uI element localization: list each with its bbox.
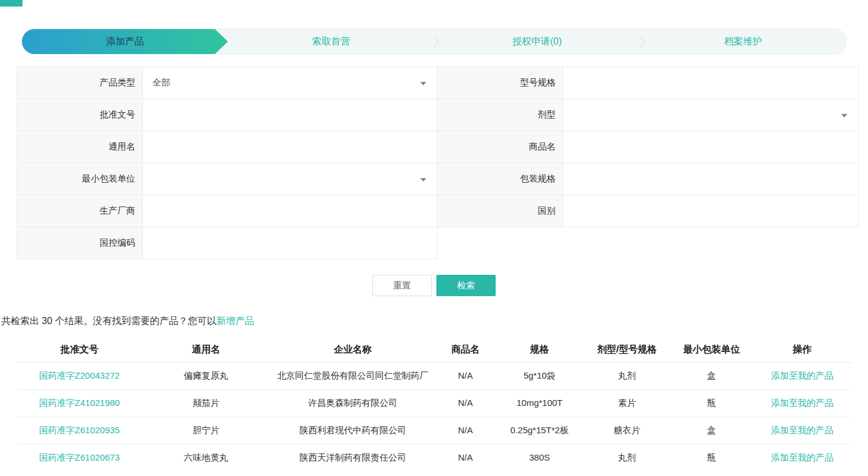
manufacturer-input[interactable] <box>152 206 427 216</box>
min-package-unit-cell: 瓶 <box>670 389 753 417</box>
model-spec-label: 型号规格 <box>438 67 563 99</box>
header-min-package-unit: 最小包装单位 <box>670 338 753 362</box>
min-package-unit-cell: 盒 <box>670 417 753 444</box>
header-dosage-form: 剂型/型号规格 <box>584 338 670 362</box>
country-cell <box>563 195 859 227</box>
generic-name-cell: 颠茄片 <box>142 389 270 417</box>
table-row: 国药准字Z61020935 胆宁片 陕西利君现代中药有限公司 N/A 0.25g… <box>17 417 851 444</box>
state-control-code-cell <box>143 227 438 259</box>
approval-number-link[interactable]: 国药准字Z41021980 <box>39 398 120 408</box>
product-type-select[interactable]: 全部 <box>143 67 438 99</box>
spec-cell: 10mg*100T <box>495 389 584 417</box>
spec-cell: 5g*10袋 <box>495 362 584 389</box>
state-control-code-label: 国控编码 <box>17 227 143 259</box>
chevron-down-icon <box>841 114 847 118</box>
generic-name-cell: 六味地黄丸 <box>142 444 270 471</box>
dosage-form-select[interactable] <box>563 99 859 131</box>
brand-name-cell: N/A <box>436 362 495 389</box>
approval-number-label: 批准文号 <box>17 99 143 131</box>
tab-label: 授权申请(0) <box>512 36 562 48</box>
approval-number-link[interactable]: 国药准字Z61020935 <box>39 425 120 435</box>
generic-name-input[interactable] <box>152 142 427 152</box>
model-spec-cell <box>563 67 859 99</box>
tab-label: 添加产品 <box>106 36 144 48</box>
brand-name-cell: N/A <box>436 417 495 444</box>
model-spec-input[interactable] <box>573 78 848 88</box>
manufacturer-label: 生产厂商 <box>17 195 143 227</box>
add-to-my-products-link[interactable]: 添加至我的产品 <box>771 370 834 380</box>
brand-name-label: 商品名 <box>438 131 563 163</box>
add-to-my-products-link[interactable]: 添加至我的产品 <box>771 425 834 435</box>
reset-button[interactable]: 重置 <box>372 275 432 296</box>
dosage-form-cell: 素片 <box>584 389 670 417</box>
form-right-column: 型号规格 剂型 商品名 包装规格 国别 <box>438 66 859 259</box>
dosage-form-label: 剂型 <box>438 99 563 131</box>
tab-label: 索取首营 <box>312 36 350 48</box>
package-spec-label: 包装规格 <box>438 163 563 195</box>
company-name-cell: 陕西利君现代中药有限公司 <box>270 417 436 444</box>
approval-number-input[interactable] <box>152 110 427 120</box>
company-name-cell: 北京同仁堂股份有限公司同仁堂制药厂 <box>270 362 436 389</box>
generic-name-label: 通用名 <box>17 131 143 163</box>
country-input[interactable] <box>573 206 848 216</box>
search-button[interactable]: 检索 <box>436 275 496 296</box>
generic-name-cell: 偏瘫复原丸 <box>142 362 270 389</box>
search-form: 产品类型 全部 批准文号 通用名 最小包装单位 生产厂商 国控编码 型号规格 <box>17 66 859 259</box>
package-spec-input[interactable] <box>573 174 848 184</box>
min-package-unit-cell: 盒 <box>670 362 753 389</box>
package-spec-cell <box>563 163 859 195</box>
state-control-code-input[interactable] <box>152 238 427 248</box>
company-name-cell: 陕西天洋制药有限责任公司 <box>270 444 436 471</box>
table-row: 国药准字Z61020673 六味地黄丸 陕西天洋制药有限责任公司 N/A 380… <box>17 444 851 471</box>
add-to-my-products-link[interactable]: 添加至我的产品 <box>771 452 834 462</box>
header-company-name: 企业名称 <box>270 338 436 362</box>
approval-number-link[interactable]: 国药准字Z20043272 <box>39 370 120 380</box>
dosage-form-cell: 丸剂 <box>584 362 670 389</box>
header-generic-name: 通用名 <box>142 338 270 362</box>
min-package-unit-select[interactable] <box>143 163 438 195</box>
wizard-stepper: 添加产品 索取首营 授权申请(0) 档案维护 <box>21 28 847 55</box>
tab-add-product[interactable]: 添加产品 <box>22 29 228 54</box>
table-row: 国药准字Z41021980 颠茄片 许昌奥森制药有限公司 N/A 10mg*10… <box>17 389 851 417</box>
header-approval-number: 批准文号 <box>17 338 142 362</box>
manufacturer-cell <box>143 195 438 227</box>
spec-cell: 0.25g*15T*2板 <box>495 417 584 444</box>
results-summary: 共检索出 30 个结果。没有找到需要的产品？您可以新增产品 <box>1 315 868 328</box>
tab-request-first-sale[interactable]: 索取首营 <box>228 29 435 54</box>
results-summary-text: 共检索出 30 个结果。没有找到需要的产品？您可以 <box>1 316 216 326</box>
header-brand-name: 商品名 <box>436 338 495 362</box>
top-left-accent <box>0 0 23 7</box>
form-left-column: 产品类型 全部 批准文号 通用名 最小包装单位 生产厂商 国控编码 <box>17 66 438 259</box>
country-label: 国别 <box>438 195 563 227</box>
company-name-cell: 许昌奥森制药有限公司 <box>270 389 436 417</box>
min-package-unit-label: 最小包装单位 <box>17 163 143 195</box>
dosage-form-cell: 糖衣片 <box>584 417 670 444</box>
brand-name-cell: N/A <box>436 389 495 417</box>
add-new-product-link[interactable]: 新增产品 <box>216 316 254 326</box>
brand-name-cell: N/A <box>436 444 495 471</box>
tab-authorization-request[interactable]: 授权申请(0) <box>434 29 640 54</box>
results-table: 批准文号 通用名 企业名称 商品名 规格 剂型/型号规格 最小包装单位 操作 国… <box>17 338 851 471</box>
table-header-row: 批准文号 通用名 企业名称 商品名 规格 剂型/型号规格 最小包装单位 操作 <box>17 338 851 362</box>
generic-name-cell <box>143 131 438 163</box>
product-type-value: 全部 <box>152 77 170 88</box>
form-actions: 重置 检索 <box>0 275 868 296</box>
min-package-unit-cell: 瓶 <box>670 444 753 471</box>
chevron-down-icon <box>420 82 426 85</box>
header-operation: 操作 <box>753 338 851 362</box>
approval-number-cell <box>143 99 438 131</box>
header-spec: 规格 <box>495 338 584 362</box>
approval-number-link[interactable]: 国药准字Z61020673 <box>39 452 120 462</box>
table-row: 国药准字Z20043272 偏瘫复原丸 北京同仁堂股份有限公司同仁堂制药厂 N/… <box>17 362 851 389</box>
brand-name-input[interactable] <box>573 142 848 152</box>
brand-name-cell <box>563 131 859 163</box>
spec-cell: 380S <box>495 444 584 471</box>
generic-name-cell: 胆宁片 <box>142 417 270 444</box>
tab-label: 档案维护 <box>724 36 762 48</box>
chevron-down-icon <box>420 178 426 182</box>
dosage-form-cell: 丸剂 <box>584 444 670 471</box>
product-type-label: 产品类型 <box>17 67 143 99</box>
tab-archive-maintenance[interactable]: 档案维护 <box>640 29 847 54</box>
add-to-my-products-link[interactable]: 添加至我的产品 <box>771 398 834 408</box>
